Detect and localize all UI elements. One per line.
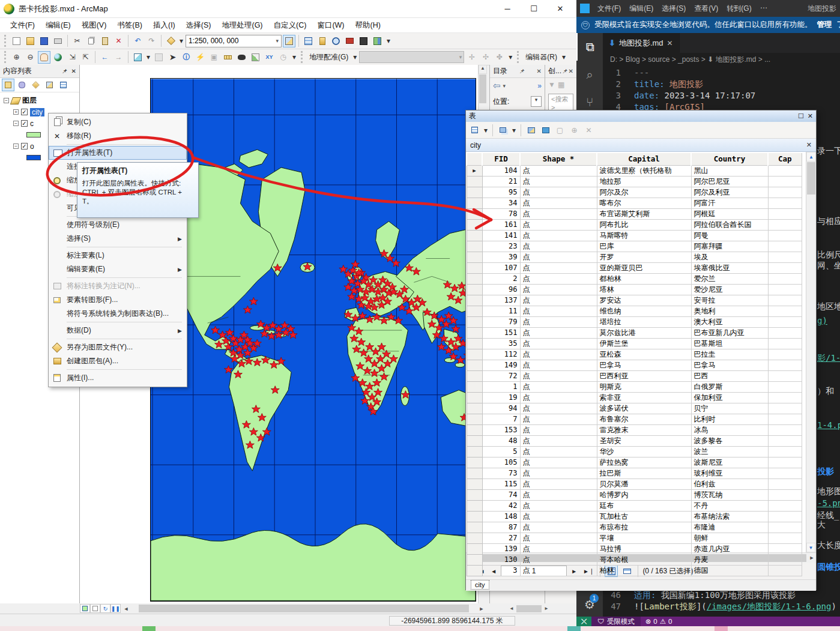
table-row[interactable]: 7点布鲁塞尔比利时 [467,414,802,424]
row-selector[interactable] [467,230,482,241]
row-selector[interactable] [467,381,482,392]
copy-icon[interactable] [85,35,97,47]
vscode-menu-查看(V)[interactable]: 查看(V) [690,2,722,15]
modelbuilder-icon[interactable] [371,35,384,47]
table-options-icon[interactable] [468,124,481,136]
map-hscroll-thumb[interactable] [139,605,469,612]
close-button[interactable]: ✕ [548,1,573,17]
toc-options-icon[interactable] [57,79,70,91]
data-view-button[interactable] [80,604,90,613]
georef-overflow-icon[interactable]: ▾ [507,51,514,64]
row-selector[interactable] [467,306,482,316]
learn-more-link[interactable]: 了 [837,20,840,30]
table-row[interactable]: 35点伊斯兰堡巴基斯坦 [467,338,802,349]
menu-窗口(W)[interactable]: 窗口(W) [312,19,349,32]
select-elements-icon[interactable]: ➤ [166,51,179,64]
row-selector[interactable] [467,208,482,219]
row-selector[interactable] [467,327,482,338]
menu-自定义(C)[interactable]: 自定义(C) [268,19,312,32]
list-by-drawing-order-icon[interactable] [2,79,14,91]
row-selector[interactable] [467,414,482,424]
catalog-mini-scrollbar[interactable]: ◄► [507,605,551,613]
related-tables-icon[interactable] [497,124,509,136]
table-row[interactable]: 87点布琼布拉布隆迪 [467,522,802,533]
row-selector[interactable] [467,392,482,403]
georeferencing-label[interactable]: 地理配准(G) [307,52,351,62]
table-row[interactable]: 48点圣胡安波多黎各 [467,435,802,446]
row-selector[interactable] [467,479,482,489]
restricted-mode-status[interactable]: 🛡︎ 受限模式 [591,617,641,626]
table-row[interactable]: ▶104点波德戈里察（铁托格勒黑山 [467,165,802,176]
table-row[interactable]: 21点地拉那阿尔巴尼亚 [467,176,802,187]
collapse-icon[interactable]: − [4,98,9,103]
vscode-menu-⋯[interactable]: ⋯ [756,2,772,15]
toc-layer-country[interactable]: c [30,119,34,128]
table-row[interactable]: 115点贝尔莫潘伯利兹 [467,479,802,489]
table-bottom-tab-city[interactable]: city [471,580,489,590]
catalog-icon[interactable] [316,35,328,47]
tab-close-icon[interactable]: ✕ [667,39,673,47]
save-icon[interactable] [38,35,50,47]
map-vscroll-thumb[interactable] [479,74,486,103]
scroll-left-icon[interactable]: ◄ [507,605,516,613]
table-row[interactable]: 73点拉巴斯玻利维亚 [467,468,802,479]
collapse-icon[interactable]: − [13,121,19,126]
context-menu-item[interactable]: 创建图层包(A)... [49,354,187,368]
select-features-dropdown-icon[interactable]: ▾ [145,51,151,64]
table-row[interactable]: 137点罗安达安哥拉 [467,295,802,306]
table-row[interactable]: 3点柏林德国 [467,565,802,576]
search-window-icon[interactable] [330,35,342,47]
fixed-zoom-out-icon[interactable]: ⇱ [79,51,92,64]
table-row[interactable]: 95点阿尔及尔阿尔及利亚 [467,187,802,198]
add-data-dropdown-icon[interactable]: ▾ [178,35,184,47]
row-selector[interactable] [467,198,482,208]
table-row[interactable]: 23点巴库阿塞拜疆 [467,241,802,252]
table-row[interactable]: 42点廷布不丹 [467,500,802,511]
cut-icon[interactable]: ✂ [71,35,83,47]
panel-close-icon[interactable]: ✕ [569,68,573,74]
table-maximize-icon[interactable]: ☐ [798,112,804,120]
expand-icon[interactable]: + [13,109,19,115]
minimize-button[interactable]: ─ [495,1,520,17]
paste-icon[interactable] [98,35,111,47]
pin-icon[interactable]: 📌︎ [519,68,525,74]
context-menu-item[interactable]: 使用符号级别(E) [49,218,187,232]
attribute-grid[interactable]: FIDShape *CapitalCountryCap▶104点波德戈里察（铁托… [466,152,802,576]
menu-选择(S)[interactable]: 选择(S) [181,19,217,32]
country-symbol-swatch[interactable] [26,132,41,137]
table-row[interactable]: 161点阿布扎比阿拉伯联合酋长国 [467,219,802,230]
row-selector[interactable] [467,457,482,468]
row-selector[interactable] [467,187,482,198]
layer-checkbox[interactable]: ✓ [21,120,28,127]
open-icon[interactable] [24,35,37,47]
row-selector[interactable] [467,176,482,187]
row-selector[interactable] [467,295,482,306]
table-row[interactable]: 74点哈博罗内博茨瓦纳 [467,489,802,500]
scroll-down-icon[interactable]: ▼ [806,543,815,552]
scale-dropdown-icon[interactable]: ▾ [276,38,279,44]
context-menu-item[interactable]: ✕移除(R) [49,129,187,143]
table-row[interactable]: 112点亚松森巴拉圭 [467,349,802,360]
row-selector[interactable] [467,554,482,565]
table-row[interactable]: 130点哥本哈根丹麦 [467,554,802,565]
row-selector[interactable] [467,446,482,457]
row-selector[interactable] [467,219,482,230]
undo-icon[interactable]: ↶ [131,35,144,47]
table-row[interactable]: 27点平壤朝鲜 [467,533,802,543]
find-icon[interactable] [235,51,248,64]
context-menu-item[interactable]: 标注要素(L) [49,249,187,262]
table-options-dropdown-icon[interactable]: ▾ [483,124,489,136]
menu-书签(B)[interactable]: 书签(B) [112,19,148,32]
table-doc-close-icon[interactable]: ✕ [806,141,812,149]
context-menu-item[interactable]: 打开属性表(T) [49,146,187,160]
row-selector[interactable] [467,489,482,500]
map-scale-combo[interactable]: 1:250, 000, 000 ▾ [186,35,282,47]
toolbar-overflow-icon[interactable]: ▾ [385,35,392,47]
scroll-up-icon[interactable]: ▲ [479,65,487,74]
maximize-button[interactable]: ☐ [521,1,546,17]
row-selector[interactable] [467,543,482,554]
menu-地理处理(G)[interactable]: 地理处理(G) [216,19,268,32]
explorer-icon[interactable]: ⧉ [576,33,603,61]
row-selector[interactable]: ▶ [467,165,482,176]
menu-帮助(H)[interactable]: 帮助(H) [350,19,386,32]
